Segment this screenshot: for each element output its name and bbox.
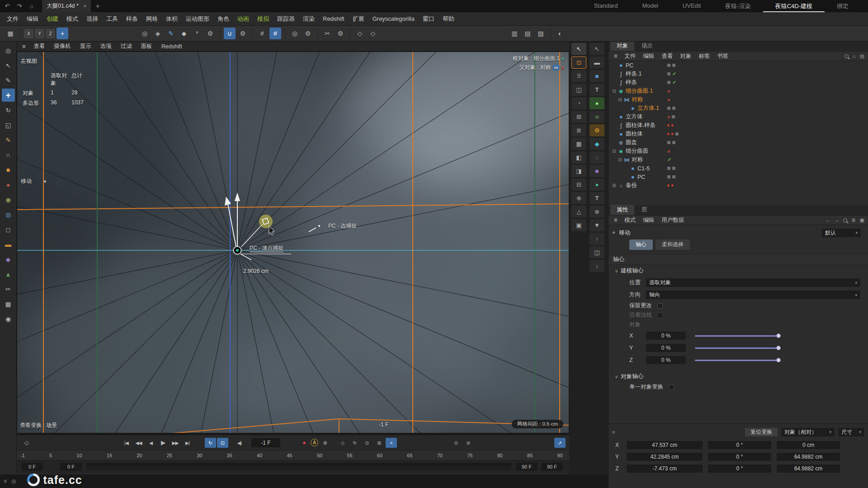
coords-menu-icon[interactable]: ≡ xyxy=(612,429,615,435)
triangle-icon[interactable]: △ xyxy=(571,206,586,218)
timeline-ruler[interactable]: -151015202530354045505560657075808590 xyxy=(17,450,569,460)
tree-row[interactable]: ■PC xyxy=(609,173,868,181)
goto-end-button[interactable]: ▶| xyxy=(182,438,193,448)
menu-item[interactable]: 帮助 xyxy=(439,15,458,23)
pointer-icon[interactable]: ↖ xyxy=(571,43,586,55)
tree-row[interactable]: ■圆柱体 xyxy=(609,130,868,138)
cloth-settings-gear-icon[interactable]: ⚙ xyxy=(237,28,249,39)
tree-row[interactable]: ■立方体× xyxy=(609,113,868,121)
object-label[interactable]: PC xyxy=(637,174,645,180)
visibility-dot[interactable] xyxy=(667,124,670,127)
object-label[interactable]: 对称 xyxy=(632,156,643,164)
coord-y-position[interactable]: 42.2845 cm xyxy=(627,453,703,461)
gear-icon[interactable]: ⚙ xyxy=(590,124,604,136)
coord-z-position[interactable]: -7.473 cm xyxy=(627,465,703,473)
range-start-field[interactable]: 0 F xyxy=(21,463,43,471)
zoom-tool[interactable]: ◎ xyxy=(2,44,15,57)
y-slider[interactable] xyxy=(695,345,781,351)
new-tab-button[interactable]: + xyxy=(95,2,99,10)
object-toggles[interactable]: ✓ xyxy=(667,157,671,163)
loop-mode-button[interactable]: ↻ xyxy=(205,438,216,448)
menu-item[interactable]: 创建 xyxy=(42,15,62,23)
pin-icon[interactable]: ▼ xyxy=(590,219,604,231)
axis-center-point[interactable] xyxy=(234,247,241,254)
key-scale-button[interactable]: ⊙ xyxy=(361,438,373,448)
redo-icon[interactable]: ↷ xyxy=(14,1,24,12)
viewport-menu-item[interactable]: 过滤 xyxy=(116,42,137,50)
object-menu-item[interactable]: 书签 xyxy=(713,52,732,60)
render-settings-icon[interactable]: ▧ xyxy=(535,28,547,39)
home-icon[interactable]: ⌂ xyxy=(27,1,37,12)
cut-tool-icon[interactable]: ✂ xyxy=(321,28,333,39)
keep-changes-checkbox[interactable] xyxy=(657,303,663,309)
cube-icon[interactable]: ■ xyxy=(590,70,604,82)
menu-item[interactable]: 工具 xyxy=(102,15,122,23)
viewport-menu-item[interactable]: 查看 xyxy=(29,42,49,50)
half-right-icon[interactable]: ◨ xyxy=(571,165,586,177)
axis-mode-button[interactable]: 轴心 xyxy=(629,239,653,250)
viewport-menu-item[interactable]: 摄像机 xyxy=(49,42,75,50)
coord-z-rotation[interactable]: 0 ° xyxy=(708,465,771,473)
scale-tool[interactable]: ◱ xyxy=(2,118,15,131)
sculpt-settings-gear-icon[interactable]: ⚙ xyxy=(302,28,314,39)
material-sphere-icon[interactable]: ◐ xyxy=(554,28,566,39)
key-position-button[interactable]: ◇ xyxy=(337,438,348,448)
coord-y-rotation[interactable]: 0 ° xyxy=(708,453,771,461)
expander-toggle[interactable]: ⊞ xyxy=(611,183,617,188)
range-end-field[interactable]: 90 F xyxy=(541,463,563,471)
object-toggles[interactable] xyxy=(667,184,674,187)
menu-item[interactable]: 选择 xyxy=(82,15,102,23)
character-tool-icon[interactable]: * xyxy=(191,28,203,39)
search-icon[interactable] xyxy=(843,218,847,222)
hex-tool-a-icon[interactable]: ◇ xyxy=(354,28,366,39)
layer-toggle[interactable] xyxy=(672,167,675,170)
layout-item[interactable]: Standard xyxy=(582,0,630,12)
arrow-down-icon[interactable]: ↓ xyxy=(590,260,604,272)
wirecube-tool[interactable]: ◻ xyxy=(2,223,15,236)
disabled-x-icon[interactable]: × xyxy=(667,89,670,94)
enabled-check-icon[interactable]: ✓ xyxy=(672,80,676,85)
tree-row[interactable]: ⊞○备份 xyxy=(609,181,868,190)
disabled-x-icon[interactable]: × xyxy=(667,149,670,154)
menu-icon[interactable]: ≡ xyxy=(4,478,7,484)
tree-row[interactable]: ⊟◉细分曲面× xyxy=(609,147,868,155)
sphere-icon[interactable]: ● xyxy=(590,97,604,109)
live-selection-tool[interactable]: ↖ xyxy=(2,59,15,72)
quantize-icon[interactable]: ⊞ xyxy=(571,111,586,123)
viewport-canvas[interactable]: 左视图 选取对象 总计 对象 1 28 多边形 36 1037 移动 + 根对象… xyxy=(17,52,569,433)
visibility-dot[interactable] xyxy=(667,133,670,135)
layer-toggle[interactable] xyxy=(667,64,670,67)
document-tab[interactable]: 大腿01.c4d * × xyxy=(42,0,91,12)
purple-cube-icon[interactable]: ■ xyxy=(590,165,604,177)
axis-y-toggle[interactable]: Y xyxy=(35,29,44,38)
object-label[interactable]: 立方体.1 xyxy=(637,104,659,112)
quantize-grid-icon[interactable]: # xyxy=(256,28,268,39)
attribute-menu-item[interactable]: 编辑 xyxy=(639,216,658,224)
x-slider-knob[interactable] xyxy=(776,333,781,338)
layout-item[interactable]: UVEdit xyxy=(670,0,713,12)
tab-layers[interactable]: 层 xyxy=(635,205,654,215)
half-left-icon[interactable]: ◧ xyxy=(571,151,586,164)
tree-row[interactable]: ■PC xyxy=(609,61,868,70)
coord-x-rotation[interactable]: 0 ° xyxy=(708,441,771,449)
dot-grid-icon[interactable]: ⠿ xyxy=(571,70,586,82)
soft-selection-button[interactable]: 柔和选择 xyxy=(656,239,690,250)
z-value-field[interactable]: 0 % xyxy=(646,356,686,364)
key-pla-button[interactable]: × xyxy=(386,438,397,448)
forward-arrow-icon[interactable]: → xyxy=(834,217,839,223)
object-axis-group[interactable]: ∨ 对象轴心 xyxy=(609,371,868,382)
menu-item[interactable]: 窗口 xyxy=(419,15,439,23)
menu-item[interactable]: 角色 xyxy=(213,15,233,23)
panel-icon[interactable]: ◫ xyxy=(571,84,586,96)
grid-icon[interactable]: ▤ xyxy=(860,53,864,59)
expand-icon[interactable]: ⊕ xyxy=(571,192,586,204)
grid-icon[interactable]: ▦ xyxy=(571,138,586,150)
workplane-icon[interactable]: ▦ xyxy=(5,28,16,39)
tab-attributes[interactable]: 属性 xyxy=(610,205,634,215)
menu-item[interactable]: 渲染 xyxy=(299,15,319,23)
dashed-circle-icon[interactable]: ◌ xyxy=(590,151,604,164)
record-keyframe-button[interactable]: ◇ xyxy=(21,438,32,448)
world-coords-toggle[interactable]: + xyxy=(57,28,68,39)
text-icon[interactable]: T xyxy=(590,84,604,96)
z-slider[interactable] xyxy=(695,357,781,363)
